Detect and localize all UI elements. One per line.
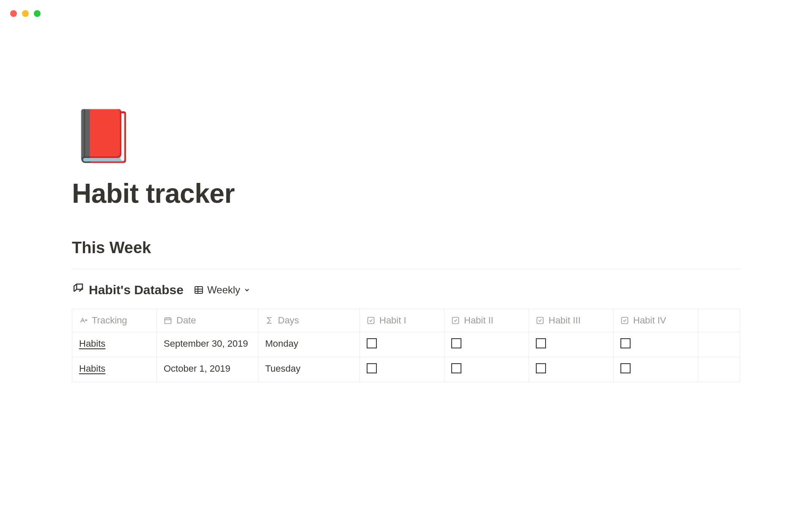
column-label: Tracking <box>92 315 127 326</box>
database-table: Tracking Date <box>72 309 740 382</box>
checkbox-habit-2[interactable] <box>451 363 461 373</box>
column-header-tracking[interactable]: Tracking <box>72 309 157 332</box>
section-divider <box>72 269 740 269</box>
svg-rect-10 <box>368 318 374 324</box>
title-property-icon <box>79 316 88 325</box>
checkbox-habit-1[interactable] <box>367 338 377 348</box>
checkbox-habit-3[interactable] <box>536 363 546 373</box>
table-header-row: Tracking Date <box>72 309 740 332</box>
cell-date[interactable]: September 30, 2019 <box>157 332 258 357</box>
checkbox-habit-3[interactable] <box>536 338 546 348</box>
cell-days[interactable]: Monday <box>258 332 360 357</box>
column-label: Date <box>176 315 196 326</box>
checkbox-habit-4[interactable] <box>620 363 631 373</box>
table-row[interactable]: Habits September 30, 2019 Monday <box>72 332 740 357</box>
checkbox-property-icon <box>367 316 375 325</box>
column-header-add[interactable] <box>698 309 740 332</box>
svg-rect-0 <box>195 287 203 293</box>
page-title[interactable]: Habit tracker <box>72 178 740 209</box>
column-header-days[interactable]: Days <box>258 309 360 332</box>
column-label: Habit IV <box>633 315 666 326</box>
database-title: Habit's Databse <box>89 283 184 297</box>
cell-date[interactable]: October 1, 2019 <box>157 357 258 382</box>
cell-days[interactable]: Tuesday <box>258 357 360 382</box>
svg-rect-6 <box>165 318 171 323</box>
database-title-group[interactable]: Habit's Databse <box>72 282 184 298</box>
view-selector[interactable]: Weekly <box>194 284 250 296</box>
database-link-icon <box>72 282 85 298</box>
column-label: Days <box>278 315 299 326</box>
database-header: Habit's Databse Weekly <box>72 282 740 298</box>
checkbox-property-icon <box>451 316 460 325</box>
checkbox-property-icon <box>620 316 629 325</box>
section-heading[interactable]: This Week <box>72 239 740 257</box>
window-close-button[interactable] <box>10 10 17 17</box>
column-header-habit-4[interactable]: Habit IV <box>614 309 698 332</box>
column-label: Habit I <box>379 315 406 326</box>
checkbox-habit-1[interactable] <box>367 363 377 373</box>
column-label: Habit II <box>464 315 494 326</box>
page-icon[interactable]: 📕 <box>72 110 740 161</box>
column-header-habit-1[interactable]: Habit I <box>360 309 444 332</box>
svg-rect-12 <box>537 318 543 324</box>
column-header-habit-2[interactable]: Habit II <box>444 309 529 332</box>
window-minimize-button[interactable] <box>22 10 29 17</box>
column-header-date[interactable]: Date <box>157 309 258 332</box>
checkbox-property-icon <box>536 316 544 325</box>
page-content: 📕 Habit tracker This Week Habit's Databs… <box>0 0 812 382</box>
checkbox-habit-2[interactable] <box>451 338 461 348</box>
date-property-icon <box>164 316 172 325</box>
svg-rect-13 <box>622 318 628 324</box>
view-label: Weekly <box>207 284 240 296</box>
window-controls <box>10 10 41 17</box>
row-title-link[interactable]: Habits <box>79 338 105 349</box>
window-maximize-button[interactable] <box>34 10 41 17</box>
formula-property-icon <box>265 316 274 325</box>
chevron-down-icon <box>244 287 250 293</box>
svg-rect-11 <box>453 318 459 324</box>
table-view-icon <box>194 285 204 295</box>
row-title-link[interactable]: Habits <box>79 363 105 374</box>
checkbox-habit-4[interactable] <box>620 338 631 348</box>
table-row[interactable]: Habits October 1, 2019 Tuesday <box>72 357 740 382</box>
column-header-habit-3[interactable]: Habit III <box>529 309 614 332</box>
column-label: Habit III <box>549 315 581 326</box>
